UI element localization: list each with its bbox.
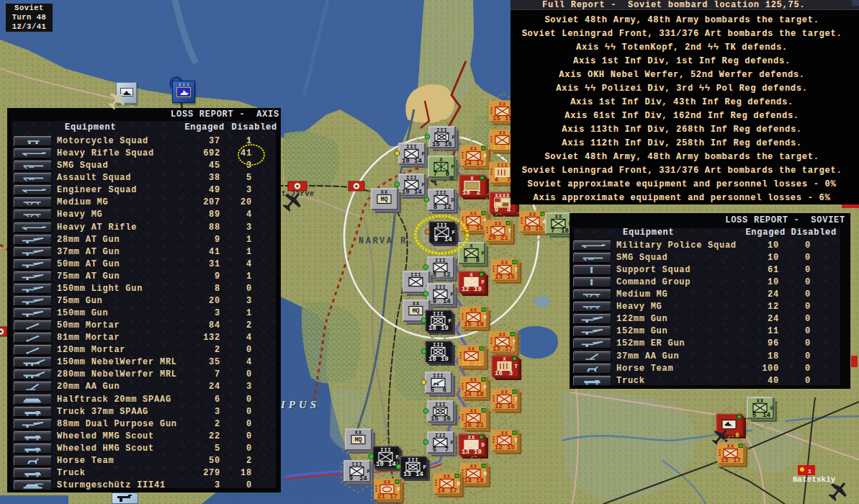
svg-text:F: F [451,292,454,297]
svg-text:T: T [515,364,518,369]
svg-text:15: 15 [431,415,439,423]
svg-text:F: F [482,251,485,256]
svg-text:D: D [482,442,485,448]
svg-text:17: 17 [476,160,484,167]
svg-text:19: 19 [474,449,482,456]
svg-text:14: 14 [464,477,472,485]
svg-text:14: 14 [464,391,472,398]
svg-text:F: F [484,153,487,159]
svg-text:III: III [433,311,444,317]
svg-text:18: 18 [462,189,470,197]
svg-text:XX: XX [444,474,451,480]
svg-text:XX: XX [501,390,508,395]
svg-text:16: 16 [462,360,469,367]
svg-text:XX: XX [501,260,508,266]
svg-text:14: 14 [444,236,452,243]
svg-text:D: D [484,471,487,477]
svg-text:14: 14 [443,298,451,305]
svg-text:F: F [451,440,454,446]
svg-text:F: F [397,487,401,492]
svg-text:D: D [457,481,461,487]
svg-text:XX: XX [468,435,475,441]
svg-text:F: F [451,164,455,170]
svg-text:X: X [439,157,443,163]
svg-text:D: D [451,197,455,203]
svg-text:F: F [452,135,456,140]
svg-text:8: 8 [476,257,480,264]
svg-text:16: 16 [507,403,515,410]
svg-text:18: 18 [428,325,436,332]
svg-text:15: 15 [535,225,543,233]
svg-text:14: 14 [763,412,770,419]
svg-text:12: 12 [495,403,503,410]
svg-text:15: 15 [432,141,440,148]
svg-text:21: 21 [377,493,385,500]
svg-text:XX: XX [757,398,764,404]
svg-text:13: 13 [462,449,469,456]
svg-text:15: 15 [507,274,515,281]
svg-text:10: 10 [402,158,410,165]
svg-text:XX: XX [499,332,506,338]
svg-text:III: III [435,402,446,408]
svg-text:14: 14 [415,471,423,478]
svg-text:10: 10 [376,461,384,468]
svg-text:F: F [452,230,456,235]
svg-text:HQ: HQ [354,436,361,444]
svg-text:III: III [433,342,444,348]
svg-text:21: 21 [474,360,482,367]
svg-text:1: 1 [808,468,811,474]
svg-text:III: III [433,373,444,379]
svg-text:III: III [436,190,447,196]
svg-text:15: 15 [507,444,515,451]
svg-text:XX: XX [470,146,477,152]
svg-text:7: 7 [433,171,437,178]
svg-text:III: III [436,222,448,228]
svg-text:17: 17 [390,493,397,500]
svg-text:2: 2 [477,189,480,197]
svg-text:12: 12 [443,271,451,279]
svg-text:III: III [435,433,446,438]
svg-text:14: 14 [464,160,472,167]
svg-text:19: 19 [441,356,449,363]
svg-text:13: 13 [495,274,503,281]
svg-text:7: 7 [445,446,449,454]
svg-text:XX: XX [468,346,475,352]
svg-text:18: 18 [561,228,569,235]
svg-text:III: III [351,462,363,467]
svg-text:F: F [484,315,487,320]
svg-text:X: X [470,176,474,181]
svg-text:9: 9 [433,298,436,305]
svg-text:18: 18 [476,391,484,398]
svg-text:III: III [406,144,418,150]
svg-text:III: III [408,457,419,463]
svg-text:18: 18 [428,356,436,363]
svg-text:XX: XX [384,480,391,485]
svg-text:F: F [482,279,485,285]
svg-text:T: T [515,397,518,402]
svg-text:15: 15 [493,115,500,122]
svg-text:XX: XX [381,189,388,195]
svg-text:III: III [436,127,448,133]
svg-text:F: F [367,469,371,474]
svg-text:XX: XX [470,408,477,414]
svg-text:XX: XX [529,212,536,217]
svg-text:T: T [508,228,512,234]
svg-text:16: 16 [443,415,451,423]
svg-text:13: 13 [523,225,531,233]
svg-text:XX: XX [495,221,502,227]
svg-text:T: T [515,267,518,273]
svg-text:XX: XX [727,444,734,449]
svg-text:F: F [423,464,427,470]
svg-text:15: 15 [464,321,472,328]
svg-text:XX: XX [470,307,477,313]
svg-text:4: 4 [495,176,499,184]
svg-text:19: 19 [474,286,482,293]
svg-text:X: X [469,243,473,249]
svg-text:O: O [770,405,774,411]
svg-text:6: 6 [443,387,446,394]
svg-text:15: 15 [721,457,729,464]
svg-text:F: F [449,318,452,324]
svg-text:14: 14 [437,487,445,495]
svg-text:9: 9 [434,236,438,243]
svg-text:20: 20 [488,235,496,242]
